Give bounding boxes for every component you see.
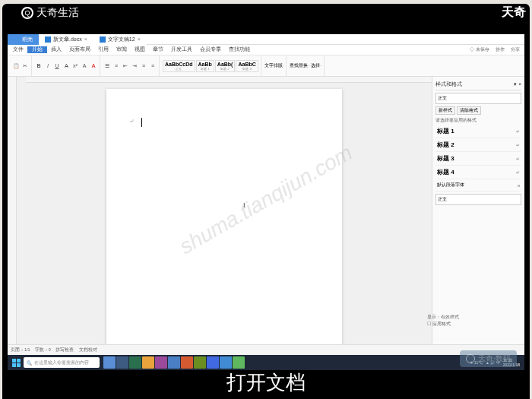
menu-chapter[interactable]: 章节 [149,46,167,53]
italic-icon[interactable]: I [44,62,52,70]
menu-bar: 文件 开始 插入 页面布局 引用 审阅 视图 章节 开发工具 会员专享 查找功能… [8,45,524,55]
style-body[interactable]: 正文 [435,194,521,205]
watermark-corner: 天奇·数码 [460,350,517,367]
btn-share[interactable]: 分享 [508,46,523,53]
styles-panel: 样式和格式▾ × 正文 新样式 清除格式 请选择要应用的格式 标题 1↵ 标题 … [432,77,524,344]
status-unsaved[interactable]: ◇ 未保存 [467,46,492,53]
style-heading4[interactable]: 标题 4↵ [435,166,521,179]
paragraph-mark-icon: ⤶ [129,118,135,125]
tab-doc1[interactable]: 新文章.docx× [39,34,93,45]
menu-review[interactable]: 审阅 [112,46,131,53]
select-btn[interactable]: 选择· [311,62,321,69]
menu-home[interactable]: 开始 [27,46,47,53]
find-replace-btn[interactable]: 查找替换· [290,62,309,69]
task-icon[interactable] [181,356,193,369]
menu-member[interactable]: 会员专享 [196,46,225,53]
style-heading3[interactable]: 标题 3↵ [435,152,521,166]
highlight-icon[interactable]: A [81,62,88,70]
paste-icon[interactable]: 📋 [12,62,20,70]
task-icon[interactable] [129,356,141,369]
document-viewport[interactable]: ⤶ I [17,77,432,344]
indent-left-icon[interactable]: ⇤ [122,62,129,70]
page-count[interactable]: 页面：1/1 [11,347,30,353]
new-style-button[interactable]: 新样式 [435,106,455,115]
horizontal-ruler [26,77,432,83]
menu-file[interactable]: 文件 [9,46,27,53]
tab-home[interactable]: 稻壳 [8,34,39,45]
video-caption: 打开文档 [0,369,532,396]
menu-ref[interactable]: 引用 [94,46,112,53]
current-style-select[interactable]: 正文 [435,93,521,104]
taskbar-search[interactable]: 🔍 在这里输入你要搜索的内容 [24,357,100,368]
indent-right-icon[interactable]: ⇥ [131,62,138,70]
font-color-icon[interactable]: A [90,62,97,70]
bold-icon[interactable]: B [35,62,43,70]
apply-label: 请选择要应用的格式 [435,118,521,123]
tab-doc2[interactable]: 文字文稿12× [93,34,147,45]
task-icon[interactable] [116,356,128,369]
panel-footer: 显示：有效样式 ☐ 应用格式 [427,314,514,328]
style-default-font[interactable]: 默认段落字体a [435,179,521,192]
menu-view[interactable]: 视图 [131,46,149,53]
spell-check[interactable]: 拼写检查· [55,347,75,353]
vertical-ruler [8,77,17,344]
task-icon[interactable] [194,356,206,369]
text-cursor [141,118,142,127]
menu-dev[interactable]: 开发工具 [167,46,196,53]
menu-insert[interactable]: 插入 [47,46,65,53]
strike-icon[interactable]: A̶ [62,62,70,70]
cut-icon[interactable]: ✂ [21,62,29,70]
task-icon[interactable] [155,356,167,369]
align-center-icon[interactable]: ≡ [149,62,157,70]
brand-icon: Q [21,7,33,19]
ribbon-toolbar: 📋 ✂ B I U A̶ x² A A ☰ ≡ ⇤ ⇥ ≡ ≡ AaBbCcDd… [8,55,524,77]
task-icon[interactable] [233,356,245,369]
task-icon[interactable] [220,356,232,369]
menu-layout[interactable]: 页面布局 [65,46,94,53]
style-heading1[interactable]: 标题 1↵ [435,125,521,138]
mouse-cursor-icon: I [243,201,245,209]
clear-format-button[interactable]: 清除格式 [457,106,481,115]
style-heading2[interactable]: 标题 2↵ [435,138,521,152]
top-right-text: 天奇 [502,5,526,21]
start-button[interactable] [9,356,23,369]
windows-taskbar: 🔍 在这里输入你要搜索的内容 ☀ 11°C ▲ 🔊 中 11:222022/1/… [8,355,524,370]
style-gallery[interactable]: AaBbCcDd正文 AaBb标题 1 AaBb(标题 2 AaBbC标题 3 [160,55,261,76]
brand-text: 天奇生活 [36,6,79,20]
text-layout-btn[interactable]: 文字排版· [264,62,284,69]
task-icon[interactable] [168,356,180,369]
panel-title: 样式和格式 [435,81,462,88]
status-bar: 页面：1/1 字数：0 拼写检查· 文档校对 [8,344,524,355]
list-bullet-icon[interactable]: ☰ [103,62,111,70]
task-icon[interactable] [103,356,116,369]
panel-close-icon[interactable]: ▾ × [514,81,521,88]
list-number-icon[interactable]: ≡ [112,62,120,70]
brand-overlay: Q 天奇生活 [21,6,79,20]
super-icon[interactable]: x² [71,62,79,70]
document-page[interactable]: ⤶ I [106,89,342,344]
menu-search[interactable]: 查找功能 [225,46,254,53]
word-count[interactable]: 字数：0 [35,347,51,353]
btn-collab[interactable]: 协作 [492,46,508,53]
task-icon[interactable] [142,356,154,369]
title-bar: 稻壳 新文章.docx× 文字文稿12× [8,34,524,45]
align-left-icon[interactable]: ≡ [140,62,147,70]
task-icon[interactable] [207,356,219,369]
underline-icon[interactable]: U [53,62,61,70]
doc-proof[interactable]: 文档校对 [79,347,97,353]
